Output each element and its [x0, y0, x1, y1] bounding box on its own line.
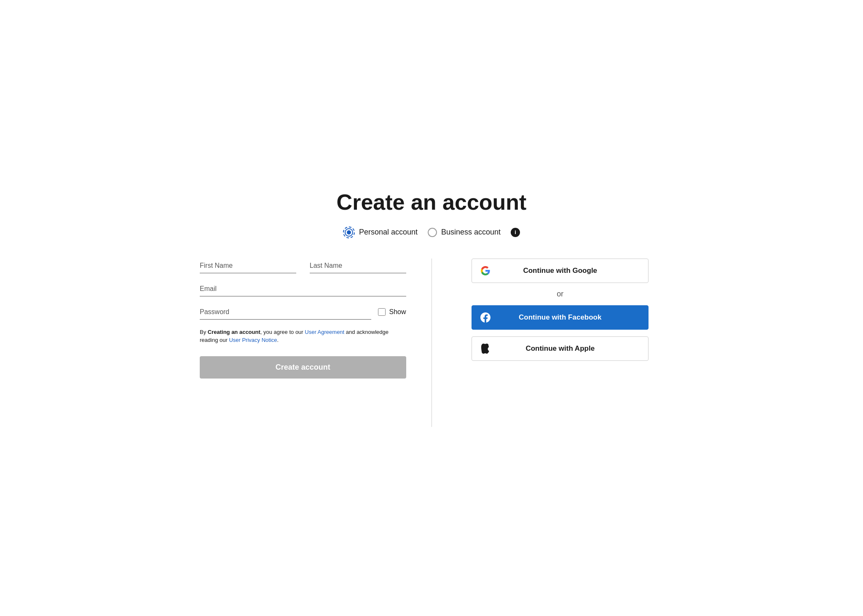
user-agreement-link[interactable]: User Agreement: [305, 329, 344, 335]
name-row: [200, 259, 406, 273]
facebook-button-label: Continue with Facebook: [482, 313, 638, 322]
apple-icon: [480, 344, 490, 354]
personal-radio-outer[interactable]: [343, 227, 355, 238]
business-account-option[interactable]: Business account: [428, 228, 501, 237]
facebook-button[interactable]: Continue with Facebook: [472, 305, 649, 330]
email-group: [200, 282, 406, 296]
google-button-label: Continue with Google: [482, 267, 638, 275]
email-input[interactable]: [200, 282, 406, 296]
personal-radio-inner: [345, 228, 353, 237]
password-input[interactable]: [200, 305, 371, 320]
or-divider-text: or: [557, 290, 563, 299]
apple-button-label: Continue with Apple: [482, 344, 638, 353]
business-radio[interactable]: [428, 228, 437, 237]
last-name-group: [310, 259, 406, 273]
create-account-button[interactable]: Create account: [200, 356, 406, 379]
show-password-group: Show: [378, 308, 406, 316]
account-type-row: Personal account Business account i: [343, 227, 520, 238]
left-panel: Show By Creating an account, you agree t…: [200, 259, 432, 379]
business-info-icon[interactable]: i: [511, 228, 520, 237]
password-row: Show: [200, 305, 406, 320]
last-name-input[interactable]: [310, 259, 406, 273]
first-name-input[interactable]: [200, 259, 296, 273]
privacy-notice-link[interactable]: User Privacy Notice: [229, 337, 277, 343]
facebook-icon: [480, 312, 490, 323]
page-wrapper: Create an account Personal account Busin…: [200, 189, 663, 427]
google-button[interactable]: Continue with Google: [472, 259, 649, 283]
page-title: Create an account: [337, 189, 527, 215]
personal-account-label: Personal account: [359, 228, 418, 237]
google-icon: [480, 266, 490, 276]
business-account-label: Business account: [441, 228, 501, 237]
password-input-wrapper: [200, 305, 371, 320]
terms-text: By Creating an account, you agree to our…: [200, 328, 406, 344]
apple-button[interactable]: Continue with Apple: [472, 336, 649, 361]
main-content: Show By Creating an account, you agree t…: [200, 259, 663, 427]
first-name-group: [200, 259, 296, 273]
right-panel: Continue with Google or Continue with Fa…: [432, 259, 664, 361]
personal-account-option[interactable]: Personal account: [343, 227, 418, 238]
show-password-label[interactable]: Show: [389, 308, 406, 316]
terms-bold: Creating an account: [208, 329, 260, 335]
show-password-checkbox[interactable]: [378, 308, 386, 316]
